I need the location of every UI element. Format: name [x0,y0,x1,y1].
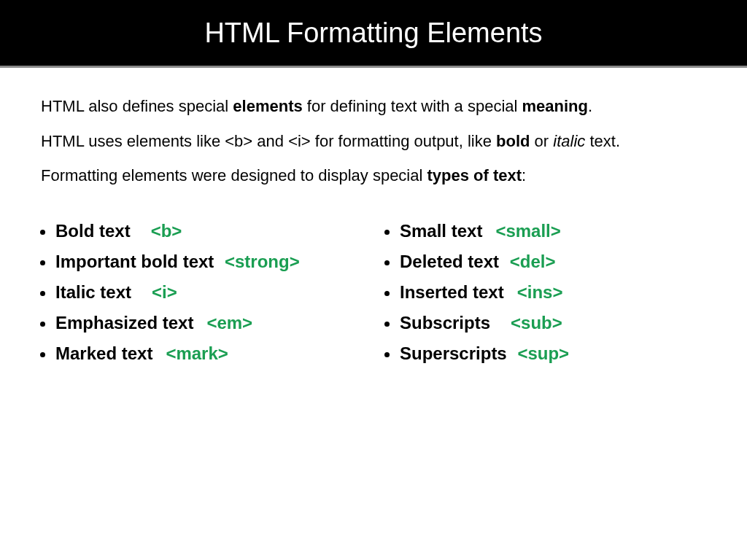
list-item: Bold text<b> [55,216,374,246]
list-item: Italic text<i> [55,277,374,308]
item-tag: <small> [495,221,560,241]
list-item: Superscripts <sup> [400,338,718,369]
list-item: Marked text<mark> [55,338,374,369]
intro-block: HTML also defines special elements for d… [0,68,747,207]
item-tag: <sub> [511,313,562,332]
text: or [530,132,554,150]
item-tag: <ins> [517,282,563,302]
item-label: Inserted text [400,282,504,302]
item-label: Small text [400,221,482,241]
text: . [588,97,592,115]
text-italic: italic [553,132,585,150]
item-label: Superscripts [400,343,507,363]
item-tag: <strong> [225,252,300,271]
text-bold: elements [233,97,302,115]
item-tag: <mark> [166,343,228,363]
text: : [522,166,526,184]
item-label: Deleted text [400,252,499,271]
columns: Bold text<b> Important bold text <strong… [0,207,747,369]
text-bold: bold [496,132,530,150]
item-label: Italic text [55,282,131,302]
item-tag: <sup> [517,343,569,363]
item-tag: <em> [206,313,252,332]
list-item: Emphasized text<em> [55,308,374,338]
list-item: Small text<small> [400,216,718,246]
list-item: Deleted text <del> [400,246,718,277]
intro-line-3: Formatting elements were designed to dis… [41,165,706,187]
item-tag: <b> [151,221,182,241]
left-column: Bold text<b> Important bold text <strong… [29,216,374,369]
text: text. [585,132,620,150]
item-label: Marked text [55,343,152,363]
right-list: Small text<small> Deleted text <del> Ins… [374,216,718,369]
list-item: Inserted text<ins> [400,277,718,308]
item-label: Emphasized text [55,313,193,332]
text-bold: types of text [427,166,522,184]
list-item: Subscripts<sub> [400,308,718,338]
item-tag: <i> [152,282,177,302]
item-label: Important bold text [55,252,214,271]
item-label: Bold text [55,221,131,241]
list-item: Important bold text <strong> [55,246,374,277]
intro-line-1: HTML also defines special elements for d… [41,96,706,117]
intro-line-2: HTML uses elements like <b> and <i> for … [41,131,706,152]
text: for defining text with a special [303,97,522,115]
text: Formatting elements were designed to dis… [41,166,427,184]
text: HTML also defines special [41,97,233,115]
slide-title: HTML Formatting Elements [204,18,542,49]
text: HTML uses elements like <b> and <i> for … [41,132,496,150]
text-bold: meaning [522,97,588,115]
item-label: Subscripts [400,313,490,332]
left-list: Bold text<b> Important bold text <strong… [29,216,374,369]
slide-header: HTML Formatting Elements [0,0,747,68]
right-column: Small text<small> Deleted text <del> Ins… [374,216,718,369]
item-tag: <del> [510,252,556,271]
